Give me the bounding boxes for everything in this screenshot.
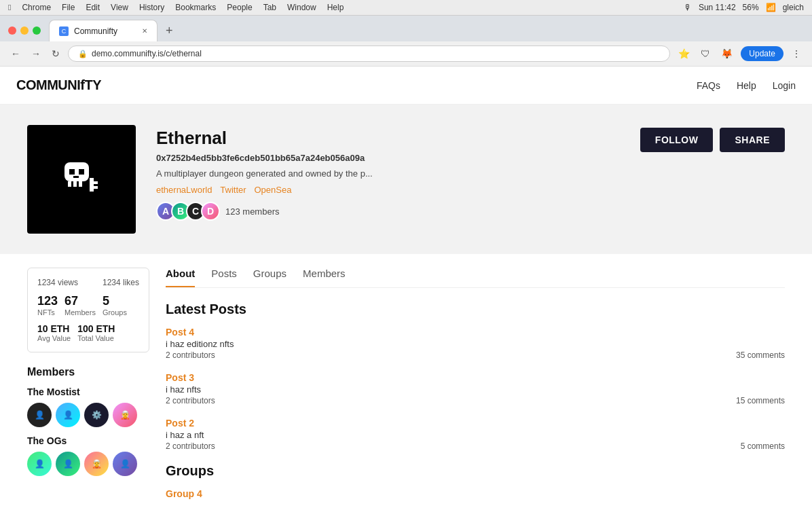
groups-section: Groups Group 4 <box>166 463 785 499</box>
apple-menu[interactable]:  <box>8 3 11 12</box>
mostist-avatar-3[interactable]: ⚙️ <box>84 403 109 427</box>
site-logo[interactable]: COMMUNIfTY <box>16 77 101 93</box>
svg-rect-5 <box>79 181 82 187</box>
browser-chrome:  Chrome File Edit View History Bookmark… <box>0 0 812 67</box>
follow-button[interactable]: FOLLOW <box>640 128 714 152</box>
bookmarks-menu[interactable]: Bookmarks <box>175 3 216 12</box>
svg-rect-8 <box>94 186 98 189</box>
new-tab-button[interactable]: + <box>160 21 179 41</box>
browser-tabs: C Communifty ✕ + <box>0 16 812 41</box>
share-button[interactable]: SHARE <box>720 128 785 152</box>
post-4-meta: 2 contributors 35 comments <box>166 350 785 360</box>
people-menu[interactable]: People <box>227 3 252 12</box>
update-button[interactable]: Update <box>741 46 783 61</box>
help-menu[interactable]: Help <box>327 3 344 12</box>
bookmark-btn[interactable]: ⭐ <box>676 47 693 60</box>
ogs-title: The OGs <box>27 435 149 446</box>
svg-rect-1 <box>69 169 75 175</box>
tab-members[interactable]: Members <box>303 268 346 287</box>
post-2-contributors: 2 contributors <box>166 441 215 451</box>
tab-close-btn[interactable]: ✕ <box>142 27 147 35</box>
user-label: gleich <box>783 3 804 12</box>
post-3-text: i haz nfts <box>166 384 785 395</box>
history-menu[interactable]: History <box>139 3 164 12</box>
post-2-text: i haz a nft <box>166 430 785 440</box>
post-2-link[interactable]: Post 2 <box>166 418 785 429</box>
post-4-contributors: 2 contributors <box>166 350 215 360</box>
file-menu[interactable]: File <box>62 3 75 12</box>
ogs-members-row: 👤 👤 🧝 👤 <box>27 452 149 476</box>
close-window-btn[interactable] <box>8 26 16 35</box>
mostist-avatar-4[interactable]: 🧝 <box>113 403 137 427</box>
back-button[interactable]: ← <box>8 46 23 62</box>
extension-btn2[interactable]: 🦊 <box>718 47 735 60</box>
avg-value-number: 10 ETH <box>37 323 71 334</box>
help-link[interactable]: Help <box>737 80 756 91</box>
forward-button[interactable]: → <box>29 46 43 62</box>
og-avatar-4[interactable]: 👤 <box>113 452 137 476</box>
browser-menubar:  Chrome File Edit View History Bookmark… <box>0 0 812 16</box>
group-4-link[interactable]: Group 4 <box>166 488 202 499</box>
community-description: A multiplayer dungeon generated and owne… <box>156 168 620 179</box>
post-3-contributors: 2 contributors <box>166 396 215 405</box>
chrome-menu[interactable]: Chrome <box>22 3 51 12</box>
time-display: Sun 11:42 <box>699 3 736 12</box>
mostist-members-row: 👤 👤 ⚙️ 🧝 <box>27 403 149 427</box>
menu-btn[interactable]: ⋮ <box>789 47 804 60</box>
minimize-window-btn[interactable] <box>20 26 29 35</box>
groups-title: Groups <box>166 463 785 479</box>
post-3-meta: 2 contributors 15 comments <box>166 396 785 405</box>
svg-rect-10 <box>76 176 79 178</box>
members-stat-item: 67 Members <box>64 294 96 316</box>
address-bar[interactable]: 🔒 demo.communifty.is/c/ethernal <box>68 46 670 62</box>
mic-icon: 🎙 <box>684 3 692 12</box>
tab-posts[interactable]: Posts <box>211 268 237 287</box>
maximize-window-btn[interactable] <box>33 26 41 35</box>
stats-card: 1234 views 1234 likes 123 NFTs 67 Member… <box>27 268 149 352</box>
twitter-link[interactable]: Twitter <box>220 185 246 195</box>
community-logo-image <box>27 125 136 234</box>
post-item-3: Post 3 i haz nfts 2 contributors 15 comm… <box>166 372 785 405</box>
tab-groups[interactable]: Groups <box>253 268 287 287</box>
header-nav: FAQs Help Login <box>697 80 796 91</box>
og-avatar-1[interactable]: 👤 <box>27 452 52 476</box>
svg-rect-0 <box>64 162 89 181</box>
svg-rect-2 <box>79 169 84 175</box>
view-menu[interactable]: View <box>111 3 128 12</box>
tab-title: Communifty <box>74 26 117 36</box>
tab-menu[interactable]: Tab <box>263 3 276 12</box>
ethernaworld-link[interactable]: ethernaLworld <box>156 185 212 195</box>
faqs-link[interactable]: FAQs <box>697 80 720 91</box>
post-item-4: Post 4 i haz editionz nfts 2 contributor… <box>166 327 785 360</box>
post-4-link[interactable]: Post 4 <box>166 327 785 338</box>
opensea-link[interactable]: OpenSea <box>254 185 291 195</box>
post-2-comments: 5 comments <box>741 441 785 451</box>
post-4-comments: 35 comments <box>736 350 785 360</box>
system-icons: 🎙 Sun 11:42 56% 📶 gleich <box>684 3 804 12</box>
og-avatar-2[interactable]: 👤 <box>56 452 80 476</box>
nfts-stat-item: 123 NFTs <box>37 294 58 316</box>
views-stat: 1234 views <box>37 278 78 287</box>
active-tab[interactable]: C Communifty ✕ <box>49 20 158 41</box>
mostist-avatar-1[interactable]: 👤 <box>27 403 52 427</box>
edit-menu[interactable]: Edit <box>86 3 100 12</box>
url-display: demo.communifty.is/c/ethernal <box>92 49 202 58</box>
post-2-meta: 2 contributors 5 comments <box>166 441 785 451</box>
tab-about[interactable]: About <box>166 268 195 287</box>
tab-favicon: C <box>59 26 69 36</box>
svg-rect-6 <box>90 178 94 192</box>
community-actions: FOLLOW SHARE <box>640 125 785 152</box>
members-number: 67 <box>64 294 96 308</box>
window-menu[interactable]: Window <box>287 3 316 12</box>
ssl-icon: 🔒 <box>78 50 88 58</box>
stats-views-likes-row: 1234 views 1234 likes <box>37 278 139 287</box>
reload-button[interactable]: ↻ <box>49 46 62 62</box>
post-3-link[interactable]: Post 3 <box>166 372 785 383</box>
extension-btn1[interactable]: 🛡 <box>698 47 713 60</box>
login-link[interactable]: Login <box>773 80 796 91</box>
member-avatars: A B C D <box>156 202 220 221</box>
og-avatar-3[interactable]: 🧝 <box>84 452 109 476</box>
nfts-number: 123 <box>37 294 58 308</box>
mostist-avatar-2[interactable]: 👤 <box>56 403 80 427</box>
nfts-label: NFTs <box>37 308 58 316</box>
